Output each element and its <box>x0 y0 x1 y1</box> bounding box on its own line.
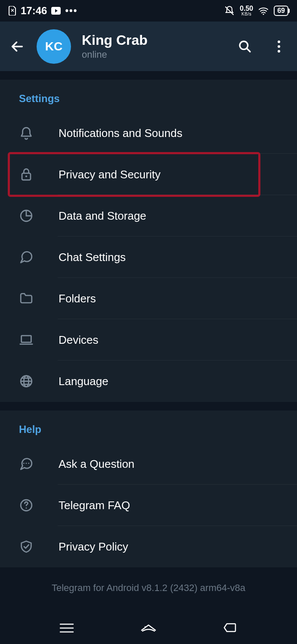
globe-icon <box>19 374 43 389</box>
back-button[interactable] <box>9 38 26 55</box>
speech-bubble-icon <box>19 457 43 471</box>
wifi-icon <box>258 6 269 15</box>
settings-item-label: Chat Settings <box>59 251 126 264</box>
notifications-off-icon <box>224 6 235 16</box>
network-speed: 0.50 KB/s <box>240 6 253 16</box>
status-more-icon: ••• <box>65 5 77 16</box>
help-item-ask[interactable]: Ask a Question <box>0 443 297 485</box>
laptop-icon <box>19 333 43 347</box>
help-item-label: Telegram FAQ <box>59 499 130 512</box>
bell-icon <box>19 126 43 140</box>
nav-home-button[interactable] <box>136 619 161 637</box>
svg-point-7 <box>25 175 27 177</box>
help-item-privacy-policy[interactable]: Privacy Policy <box>0 526 297 567</box>
svg-point-5 <box>278 50 280 53</box>
settings-item-label: Notifications and Sounds <box>59 127 183 140</box>
settings-item-label: Data and Storage <box>59 209 146 223</box>
sim-icon <box>9 6 16 16</box>
profile-status: online <box>82 49 220 60</box>
search-button[interactable] <box>235 37 254 56</box>
settings-item-data-storage[interactable]: Data and Storage <box>0 195 297 236</box>
help-section: Help Ask a Question Telegram FAQ Privacy… <box>0 411 297 567</box>
nav-back-button[interactable] <box>217 619 243 637</box>
settings-section: Settings Notifications and Sounds Privac… <box>0 80 297 402</box>
settings-item-devices[interactable]: Devices <box>0 319 297 361</box>
settings-item-folders[interactable]: Folders <box>0 278 297 319</box>
svg-point-13 <box>26 463 27 464</box>
status-time: 17:46 <box>21 5 47 17</box>
nav-menu-button[interactable] <box>54 619 80 637</box>
avatar[interactable]: KC <box>37 29 71 64</box>
svg-point-16 <box>26 507 27 509</box>
svg-point-1 <box>263 14 264 15</box>
settings-item-language[interactable]: Language <box>0 361 297 402</box>
chat-icon <box>19 250 43 264</box>
profile-name: King Crab <box>82 32 220 48</box>
svg-point-12 <box>23 463 25 464</box>
status-bar: 17:46 ••• 0.50 KB/s 69 <box>0 0 297 22</box>
help-title: Help <box>0 411 297 443</box>
shield-check-icon <box>19 539 43 554</box>
help-item-faq[interactable]: Telegram FAQ <box>0 485 297 526</box>
settings-item-label: Devices <box>59 333 98 347</box>
settings-title: Settings <box>0 80 297 112</box>
system-nav-bar <box>0 612 297 644</box>
version-text: Telegram for Android v8.1.2 (2432) arm64… <box>0 567 297 615</box>
battery-indicator: 69 <box>274 6 288 16</box>
help-item-label: Privacy Policy <box>59 540 128 554</box>
more-options-button[interactable] <box>269 37 288 56</box>
app-header: KC King Crab online <box>0 22 297 71</box>
lock-icon <box>19 167 43 182</box>
settings-item-chat[interactable]: Chat Settings <box>0 236 297 278</box>
help-item-label: Ask a Question <box>59 457 134 471</box>
svg-point-4 <box>278 45 280 48</box>
settings-item-label: Language <box>59 375 108 388</box>
folder-icon <box>19 291 43 306</box>
youtube-icon <box>51 7 61 15</box>
settings-item-privacy[interactable]: Privacy and Security <box>0 154 297 195</box>
settings-item-notifications[interactable]: Notifications and Sounds <box>0 112 297 154</box>
pie-chart-icon <box>19 208 43 223</box>
svg-point-3 <box>278 40 280 43</box>
svg-rect-9 <box>22 336 31 342</box>
question-icon <box>19 498 43 513</box>
settings-item-label: Folders <box>59 292 96 305</box>
settings-item-label: Privacy and Security <box>59 168 161 181</box>
svg-point-14 <box>28 463 29 464</box>
